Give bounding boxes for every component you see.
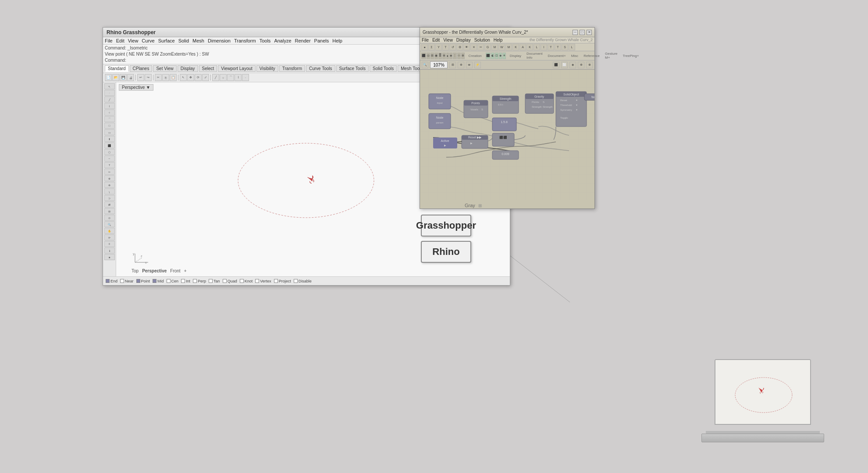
gh-color-btn1[interactable]: ⬛: [553, 62, 559, 68]
gh-tb2-display5[interactable]: ☀: [502, 53, 506, 59]
gh-tb-sigma[interactable]: Σ: [428, 44, 435, 50]
side-mirror[interactable]: ⇌: [104, 201, 115, 208]
menu-mesh[interactable]: Mesh: [192, 38, 204, 43]
tb-select[interactable]: ↖: [180, 74, 187, 81]
tab-transform[interactable]: Transform: [279, 65, 305, 72]
side-point[interactable]: ·: [104, 90, 115, 96]
gh-tb-i[interactable]: I: [541, 44, 547, 50]
side-rect[interactable]: □: [104, 123, 115, 129]
gh-tb-k2[interactable]: K: [526, 44, 533, 50]
gh-tb-circle1[interactable]: ●: [421, 44, 428, 50]
gh-menu-display[interactable]: Display: [456, 38, 471, 42]
menu-curve[interactable]: Curve: [142, 38, 154, 43]
snap-mid[interactable]: Mid: [153, 279, 164, 283]
side-text[interactable]: T: [104, 162, 115, 168]
tb-redo[interactable]: ↪: [145, 74, 152, 81]
side-props[interactable]: ℹ: [104, 247, 115, 254]
gh-tb-m[interactable]: M: [491, 44, 498, 50]
snap-quad-checkbox[interactable]: [223, 279, 227, 283]
gh-color-btn4[interactable]: ⊕: [578, 62, 584, 68]
gh-tb2-icon5[interactable]: ≣: [438, 53, 442, 59]
snap-near-checkbox[interactable]: [120, 279, 124, 283]
tab-standard[interactable]: Standard: [105, 65, 129, 72]
snap-disable[interactable]: Disable: [294, 279, 312, 283]
gh-tb-scissors[interactable]: ✂: [477, 44, 484, 50]
gh-maximize-button[interactable]: □: [580, 30, 585, 35]
gh-menu-view[interactable]: View: [443, 38, 453, 42]
tab-solid-tools[interactable]: Solid Tools: [370, 65, 397, 72]
gh-tb2-icon2[interactable]: ◎: [427, 53, 430, 59]
snap-end[interactable]: End: [106, 279, 117, 283]
tb-polyline[interactable]: ⌇: [235, 74, 242, 81]
snap-int-checkbox[interactable]: [181, 279, 185, 283]
side-line[interactable]: ╱: [104, 96, 115, 102]
menu-transform[interactable]: Transform: [234, 38, 256, 43]
side-zoom[interactable]: 🔍: [104, 221, 115, 227]
menu-edit[interactable]: Edit: [116, 38, 125, 43]
gh-tb2-icon9[interactable]: ⋮: [453, 53, 457, 59]
gh-menu-file[interactable]: File: [422, 38, 429, 42]
gh-tb2-display2[interactable]: ◐: [491, 53, 494, 59]
gh-tb2-icon4[interactable]: ◉: [434, 53, 438, 59]
gh-fit-button[interactable]: ⊞: [449, 62, 456, 68]
gh-tb2-icon8[interactable]: ◈: [449, 53, 452, 59]
side-solid[interactable]: ⬛: [104, 142, 115, 148]
menu-tools[interactable]: Tools: [260, 38, 271, 43]
side-select[interactable]: ↖: [104, 83, 115, 89]
tab-visibility[interactable]: Visibility: [256, 65, 278, 72]
tb-scale[interactable]: ⤢: [202, 74, 209, 81]
side-layer[interactable]: ≡: [104, 241, 115, 247]
tb-arc[interactable]: ⌒: [227, 74, 234, 81]
menu-view[interactable]: View: [128, 38, 139, 43]
gh-tb-y[interactable]: Y: [435, 44, 442, 50]
tb-print[interactable]: 🖨: [127, 74, 134, 81]
tb-undo[interactable]: ↩: [137, 74, 144, 81]
snap-mid-checkbox[interactable]: [153, 279, 157, 283]
side-dim[interactable]: ↔: [104, 155, 115, 162]
side-polyline[interactable]: ⌇: [104, 103, 115, 109]
tb-point[interactable]: ·: [242, 74, 249, 81]
gh-menu-edit[interactable]: Edit: [432, 38, 440, 42]
nav-top[interactable]: Top: [132, 268, 139, 273]
tb-rotate[interactable]: ⟳: [195, 74, 202, 81]
gh-tb-g[interactable]: G: [484, 44, 491, 50]
tab-display[interactable]: Display: [178, 65, 198, 72]
side-snap[interactable]: ⊙: [104, 215, 115, 221]
side-extrude[interactable]: ⬆: [104, 136, 115, 142]
gh-eye2-button[interactable]: 👁: [466, 62, 473, 68]
gh-color-btn2[interactable]: ⬜: [561, 62, 568, 68]
gh-tb-l2[interactable]: L: [569, 44, 575, 50]
menu-panels[interactable]: Panels: [314, 38, 329, 43]
gh-tb-t2[interactable]: T: [548, 44, 554, 50]
tb-cut[interactable]: ✂: [155, 74, 162, 81]
snap-project[interactable]: Project: [274, 279, 291, 283]
snap-cen[interactable]: Cen: [167, 279, 179, 283]
gh-tb2-display1[interactable]: ⬛: [486, 53, 491, 59]
snap-point-checkbox[interactable]: [136, 279, 140, 283]
side-array[interactable]: ⊞: [104, 208, 115, 214]
gh-zoom-input[interactable]: [430, 61, 448, 68]
tb-line[interactable]: ╱: [212, 74, 219, 81]
tb-open[interactable]: 📂: [112, 74, 119, 81]
menu-dimension[interactable]: Dimension: [208, 38, 231, 43]
gh-tb-gear[interactable]: ⚙: [456, 44, 463, 50]
side-circle[interactable]: ○: [104, 109, 115, 116]
gh-tb2-display4[interactable]: ◈: [499, 53, 502, 59]
snap-tan[interactable]: Tan: [209, 279, 220, 283]
gh-tb2-display3[interactable]: ⊡: [495, 53, 498, 59]
menu-analyze[interactable]: Analyze: [274, 38, 291, 43]
gh-zoom-out[interactable]: 🔍: [422, 62, 428, 68]
tab-curve-tools[interactable]: Curve Tools: [306, 65, 335, 72]
snap-end-checkbox[interactable]: [106, 279, 110, 283]
snap-perp[interactable]: Perp: [193, 279, 206, 283]
tb-new[interactable]: 📄: [105, 74, 112, 81]
viewport-perspective-label[interactable]: Perspective ▼: [119, 84, 153, 91]
gh-minimize-button[interactable]: ─: [573, 30, 578, 35]
gh-tb-s[interactable]: S: [562, 44, 568, 50]
menu-solid[interactable]: Solid: [178, 38, 189, 43]
side-fillet[interactable]: ╮: [104, 188, 115, 194]
menu-render[interactable]: Render: [295, 38, 311, 43]
gh-tb2-icon7[interactable]: ♦: [446, 53, 449, 59]
tab-surface-tools[interactable]: Surface Tools: [336, 65, 369, 72]
snap-near[interactable]: Near: [120, 279, 134, 283]
